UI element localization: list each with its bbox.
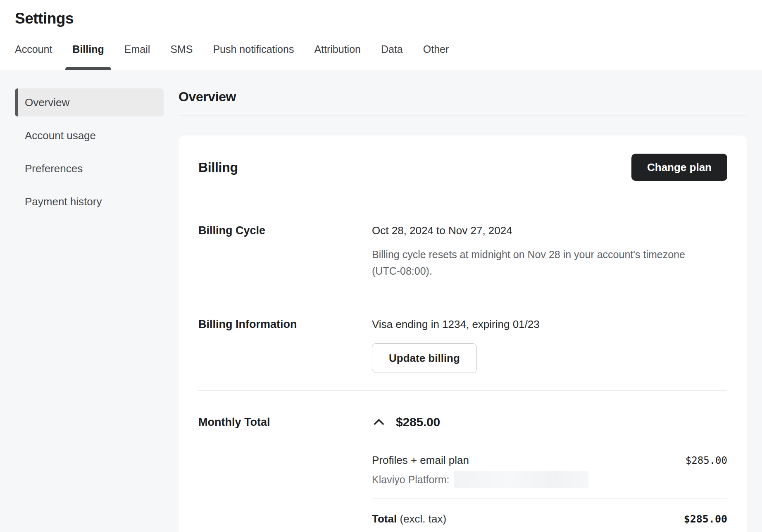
tab-sms[interactable]: SMS (170, 39, 193, 70)
billing-cycle-helper-text: Billing cycle resets at midnight on Nov … (372, 246, 690, 279)
monthly-total-amount: $285.00 (396, 415, 440, 430)
change-plan-button[interactable]: Change plan (631, 154, 727, 181)
settings-tab-bar: Account Billing Email SMS Push notificat… (15, 39, 747, 70)
sidebar-item-label: Overview (25, 96, 69, 109)
grand-total-amount: $285.00 (684, 512, 727, 527)
plan-detail-row: Klaviyo Platform: (372, 471, 727, 488)
tab-email[interactable]: Email (124, 39, 150, 70)
sidebar-item-payment-history[interactable]: Payment history (15, 188, 164, 216)
payment-method-value: Visa ending in 1234, expiring 01/23 (372, 317, 727, 332)
billing-cycle-value: Oct 28, 2024 to Nov 27, 2024 (372, 223, 727, 238)
monthly-total-row: Monthly Total $285.00 Profiles + emai (198, 391, 727, 527)
content-area: Overview Account usage Preferences Payme… (0, 70, 762, 532)
sidebar-item-account-usage[interactable]: Account usage (15, 121, 164, 150)
grand-total-row: Total (excl. tax) $285.00 (372, 499, 727, 527)
billing-subnav: Overview Account usage Preferences Payme… (15, 88, 164, 221)
sidebar-item-label: Account usage (25, 129, 96, 142)
billing-information-row: Billing Information Visa ending in 1234,… (198, 291, 727, 391)
plan-detail-label: Klaviyo Platform: (372, 472, 450, 487)
section-heading: Overview (179, 89, 747, 116)
sidebar-item-overview[interactable]: Overview (15, 88, 164, 116)
tab-push-notifications[interactable]: Push notifications (213, 39, 294, 70)
sidebar-item-label: Preferences (25, 162, 83, 175)
tab-billing[interactable]: Billing (72, 39, 104, 70)
billing-cycle-label: Billing Cycle (198, 223, 372, 238)
tab-data[interactable]: Data (381, 39, 403, 70)
billing-card-header: Billing Change plan (198, 154, 727, 181)
line-item-name: Profiles + email plan (372, 453, 469, 468)
update-billing-button[interactable]: Update billing (372, 343, 477, 373)
selected-accent-bar (15, 88, 18, 116)
monthly-total-header: $285.00 (372, 415, 727, 430)
billing-cycle-row: Billing Cycle Oct 28, 2024 to Nov 27, 20… (198, 223, 727, 291)
page-title: Settings (15, 9, 747, 28)
total-suffix: (excl. tax) (400, 513, 446, 525)
line-item-amount: $285.00 (686, 453, 727, 468)
billing-information-label: Billing Information (198, 317, 372, 332)
settings-page: Settings Account Billing Email SMS Push … (0, 0, 762, 532)
total-label: Total (372, 513, 397, 525)
page-header: Settings Account Billing Email SMS Push … (0, 0, 762, 70)
plan-line-item: Profiles + email plan $285.00 (372, 453, 727, 468)
billing-card: Billing Change plan Billing Cycle Oct 28… (179, 135, 747, 532)
tab-account[interactable]: Account (15, 39, 52, 70)
card-title: Billing (198, 160, 238, 175)
collapse-breakdown-button[interactable] (372, 415, 386, 429)
chevron-up-icon (372, 415, 386, 429)
monthly-total-label: Monthly Total (198, 415, 372, 430)
redacted-value (454, 471, 588, 488)
main-panel: Overview Billing Change plan Billing Cyc… (179, 70, 747, 532)
sidebar-item-label: Payment history (25, 195, 102, 208)
tab-attribution[interactable]: Attribution (314, 39, 361, 70)
tab-other[interactable]: Other (423, 39, 449, 70)
sidebar-item-preferences[interactable]: Preferences (15, 154, 164, 183)
